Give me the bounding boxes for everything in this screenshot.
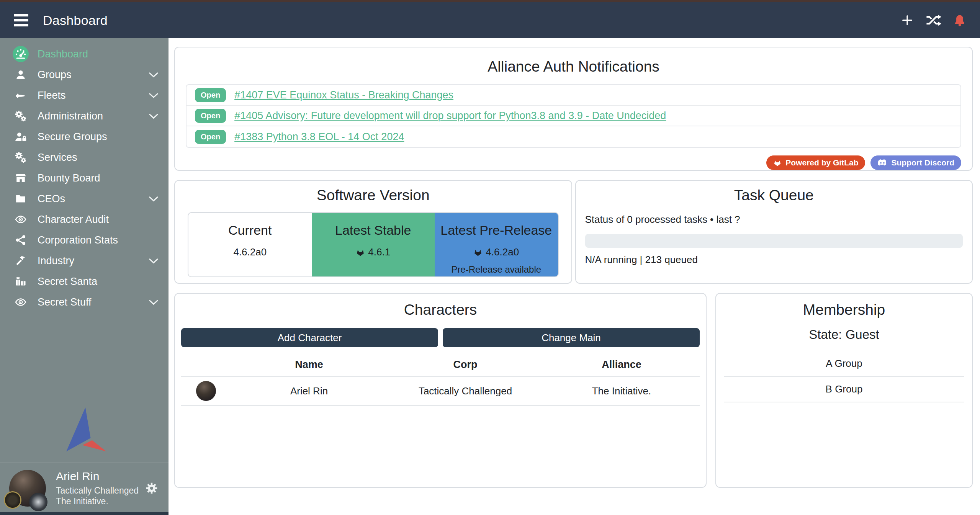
- sidebar-item-label: Industry: [38, 255, 74, 267]
- status-badge: Open: [195, 109, 226, 123]
- chevron-down-icon: [149, 258, 159, 264]
- sidebar-item-label: Services: [38, 152, 77, 163]
- sidebar-item-label: Dashboard: [38, 48, 88, 60]
- gitlab-badge[interactable]: Powered by GitLab: [766, 155, 865, 170]
- main-content: Alliance Auth Notifications Open #1407 E…: [169, 38, 980, 515]
- column-header-alliance: Alliance: [543, 359, 700, 371]
- task-queue-meta: N/A running | 213 queued: [585, 254, 963, 266]
- alliance-logo-badge: [29, 493, 47, 511]
- software-version-panel: Software Version Current 4.6.2a0 Latest …: [174, 180, 572, 284]
- eye-icon: [11, 296, 30, 308]
- character-avatar: [196, 381, 216, 401]
- change-main-button[interactable]: Change Main: [443, 328, 700, 347]
- sidebar-item-industry[interactable]: Industry: [0, 250, 169, 271]
- sidebar-item-bounty-board[interactable]: Bounty Board: [0, 168, 169, 188]
- add-character-button[interactable]: Add Character: [181, 328, 438, 347]
- top-navbar: Dashboard: [0, 2, 980, 38]
- sidebar-item-secure-groups[interactable]: Secure Groups: [0, 126, 169, 147]
- sidebar-item-label: Secret Stuff: [38, 296, 92, 308]
- character-name: Ariel Rin: [231, 385, 387, 397]
- version-heading: Latest Stable: [312, 223, 435, 238]
- notification-link[interactable]: #1383 Python 3.8 EOL - 14 Oct 2024: [234, 131, 404, 143]
- gitlab-icon: [773, 159, 782, 167]
- sidebar-item-label: Fleets: [38, 90, 66, 101]
- membership-state: State: Guest: [724, 327, 964, 342]
- user-icon: [11, 69, 30, 80]
- sidebar-item-administration[interactable]: Administration: [0, 106, 169, 126]
- sidebar-item-character-audit[interactable]: Character Audit: [0, 209, 169, 230]
- chevron-down-icon: [149, 92, 159, 99]
- version-latest-prerelease: Latest Pre-Release 4.6.2a0 Pre-Release a…: [435, 213, 558, 276]
- character-row: Ariel Rin Tactically Challenged The Init…: [181, 377, 700, 406]
- notification-link[interactable]: #1407 EVE Equinox Status - Breaking Chan…: [234, 89, 453, 101]
- task-queue-panel: Task Queue Status of 0 processed tasks •…: [575, 180, 973, 284]
- gitlab-icon: [473, 248, 483, 257]
- chevron-down-icon: [149, 113, 159, 119]
- add-character-icon[interactable]: [900, 13, 914, 27]
- membership-panel: Membership State: Guest A Group B Group: [715, 293, 973, 488]
- version-latest-stable: Latest Stable 4.6.1: [312, 213, 435, 276]
- sidebar-item-groups[interactable]: Groups: [0, 64, 169, 85]
- character-corp: Tactically Challenged: [387, 385, 543, 397]
- gears-icon: [11, 110, 30, 122]
- user-lock-icon: [11, 131, 30, 142]
- sidebar: Dashboard Groups Fleets: [0, 38, 169, 515]
- page-title: Dashboard: [43, 13, 108, 28]
- prerelease-note: Pre-Release available: [435, 264, 558, 275]
- sidebar-item-fleets[interactable]: Fleets: [0, 85, 169, 106]
- sidebar-item-label: Character Audit: [38, 214, 109, 226]
- chevron-down-icon: [149, 196, 159, 202]
- chevron-down-icon: [149, 299, 159, 306]
- notification-item: Open #1383 Python 3.8 EOL - 14 Oct 2024: [187, 126, 960, 147]
- sidebar-item-label: Administration: [38, 110, 103, 122]
- sidebar-item-label: Secret Santa: [38, 276, 97, 288]
- share-nodes-icon: [11, 234, 30, 246]
- sidebar-item-secret-santa[interactable]: Secret Santa: [0, 271, 169, 292]
- settings-gear-icon[interactable]: [145, 481, 159, 495]
- task-progress-bar: [585, 234, 963, 248]
- sidebar-item-secret-stuff[interactable]: Secret Stuff: [0, 292, 169, 312]
- sidebar-item-dashboard[interactable]: Dashboard: [0, 44, 169, 64]
- task-queue-title: Task Queue: [585, 187, 963, 204]
- sidebar-item-ceos[interactable]: CEOs: [0, 188, 169, 209]
- user-alliance: The Initiative.: [56, 496, 139, 507]
- user-name: Ariel Rin: [56, 469, 139, 484]
- discord-badge[interactable]: Support Discord: [870, 155, 961, 170]
- characters-table-header: Name Corp Alliance: [181, 354, 700, 377]
- sidebar-item-services[interactable]: Services: [0, 147, 169, 168]
- switch-character-icon[interactable]: [926, 14, 942, 27]
- group-row: B Group: [724, 377, 964, 402]
- version-value: 4.6.2a0: [233, 246, 267, 258]
- membership-title: Membership: [724, 301, 964, 318]
- folder-icon: [11, 193, 30, 204]
- jet-icon: [11, 90, 30, 101]
- notification-link[interactable]: #1405 Advisory: Future development will …: [234, 110, 666, 122]
- status-badge: Open: [195, 130, 226, 144]
- sidebar-item-label: CEOs: [38, 193, 65, 205]
- notifications-list: Open #1407 EVE Equinox Status - Breaking…: [186, 84, 961, 148]
- sidebar-item-corporation-stats[interactable]: Corporation Stats: [0, 230, 169, 250]
- version-value: 4.6.1: [368, 246, 390, 258]
- chevron-down-icon: [149, 72, 159, 78]
- version-heading: Current: [188, 223, 312, 238]
- column-header-name: Name: [231, 359, 387, 371]
- gitlab-icon: [356, 248, 365, 257]
- hammer-icon: [11, 255, 30, 266]
- task-status-text: Status of 0 processed tasks • last ?: [585, 214, 963, 226]
- menu-toggle-icon[interactable]: [14, 14, 28, 26]
- sidebar-item-label: Corporation Stats: [38, 234, 118, 246]
- sidebar-footer-bar: [0, 512, 169, 515]
- characters-title: Characters: [181, 301, 700, 318]
- user-panel: Ariel Rin Tactically Challenged The Init…: [0, 463, 169, 512]
- notification-item: Open #1407 EVE Equinox Status - Breaking…: [187, 85, 960, 106]
- version-heading: Latest Pre-Release: [435, 223, 558, 238]
- sidebar-item-label: Secure Groups: [38, 131, 107, 143]
- notifications-bell-icon[interactable]: [953, 14, 966, 27]
- characters-panel: Characters Add Character Change Main Nam…: [174, 293, 707, 488]
- notification-item: Open #1405 Advisory: Future development …: [187, 106, 960, 126]
- gears-icon: [11, 151, 30, 163]
- group-row: A Group: [724, 351, 964, 377]
- navbar-actions: [900, 13, 966, 27]
- user-corp: Tactically Challenged: [56, 485, 139, 496]
- sidebar-item-label: Bounty Board: [38, 172, 100, 184]
